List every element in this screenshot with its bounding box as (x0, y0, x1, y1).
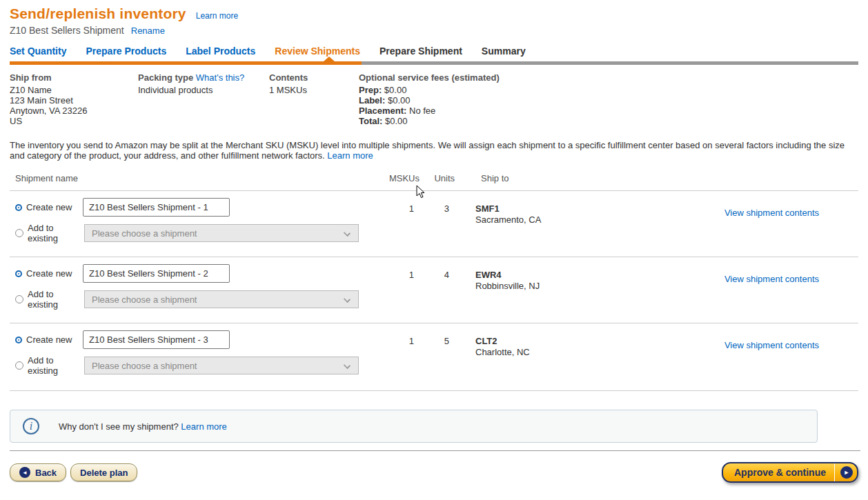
create-new-radio[interactable] (17, 338, 21, 342)
view-shipment-contents-link[interactable]: View shipment contents (724, 340, 819, 350)
ship-from-city: Anytown, VA 23226 (10, 106, 138, 116)
send-replenish-inventory-page: Send/replenish inventory Learn more Z10 … (0, 0, 868, 500)
infobox-text: Why don't I see my shipment? Learn more (59, 421, 227, 432)
footer-actions: ◄ Back Delete plan Approve & continue ► (10, 462, 858, 483)
shipment-summary-bar: Ship from Z10 Name 123 Main Street Anyto… (10, 65, 858, 136)
chevron-down-icon (344, 296, 351, 303)
tab-label-products[interactable]: Label Products (186, 46, 255, 57)
packing-type-value: Individual products (138, 85, 269, 95)
service-fees-label: Optional service fees (estimated) (359, 72, 500, 83)
create-new-radio[interactable] (17, 206, 21, 210)
fee-total: Total: $0.00 (359, 116, 500, 126)
approve-continue-button[interactable]: Approve & continue ► (722, 462, 858, 483)
shipment-name-input[interactable] (83, 330, 230, 349)
mskus-value: 1 (368, 264, 414, 310)
create-new-label: Create new (26, 334, 83, 345)
existing-shipment-select[interactable]: Please choose a shipment (84, 290, 359, 308)
header-ship-to: Ship to (455, 173, 682, 183)
fulfillment-center-city: Charlotte, NC (475, 347, 530, 357)
page-header: Send/replenish inventory Learn more (10, 6, 858, 22)
ship-from-block: Ship from Z10 Name 123 Main Street Anyto… (10, 72, 138, 126)
fee-label: Label: $0.00 (359, 95, 500, 106)
back-arrow-icon: ◄ (19, 467, 30, 478)
units-value: 4 (414, 264, 449, 310)
mskus-value: 1 (368, 198, 414, 243)
add-to-existing-label: Add to existing (28, 355, 84, 376)
back-button[interactable]: ◄ Back (10, 463, 66, 481)
tab-prepare-shipment: Prepare Shipment (379, 46, 462, 57)
tab-progress-underline (10, 61, 858, 65)
ship-from-label: Ship from (10, 72, 138, 83)
ship-from-name: Z10 Name (10, 85, 138, 95)
tab-prepare-products[interactable]: Prepare Products (86, 46, 166, 57)
create-new-label: Create new (26, 268, 83, 279)
add-to-existing-radio[interactable] (15, 361, 23, 370)
header-mskus: MSKUs (374, 173, 420, 183)
contents-block: Contents 1 MSKUs (269, 72, 359, 126)
plan-name: Z10 Best Sellers Shipment (10, 25, 124, 36)
units-value: 3 (414, 198, 449, 243)
add-to-existing-radio[interactable] (15, 229, 23, 237)
tab-summary: Summary (482, 46, 526, 57)
intro-learn-more-link[interactable]: Learn more (327, 150, 373, 161)
header-units: Units (420, 173, 455, 183)
split-explanation-text: The inventory you send to Amazon may be … (10, 141, 858, 161)
header-shipment-name: Shipment name (15, 173, 374, 183)
units-value: 5 (414, 330, 449, 376)
contents-value: 1 MSKUs (269, 85, 359, 95)
shipment-row-2: Create new Add to existing Please choose… (10, 257, 858, 323)
ship-to-value: SMF1 Sacramento, CA (449, 198, 677, 243)
shipment-help-infobox: i Why don't I see my shipment? Learn mor… (10, 410, 818, 443)
whats-this-link[interactable]: What's this? (196, 72, 244, 83)
fulfillment-center-code: SMF1 (475, 203, 677, 214)
create-new-radio[interactable] (17, 272, 21, 276)
title-learn-more-link[interactable]: Learn more (196, 11, 238, 21)
existing-shipment-select[interactable]: Please choose a shipment (84, 224, 359, 242)
delete-plan-button[interactable]: Delete plan (70, 463, 137, 481)
infobox-learn-more-link[interactable]: Learn more (181, 421, 226, 432)
forward-arrow-icon: ► (840, 466, 853, 479)
page-title: Send/replenish inventory (10, 6, 186, 22)
ship-from-street: 123 Main Street (10, 95, 138, 106)
chevron-down-icon (344, 230, 351, 237)
fulfillment-center-city: Sacramento, CA (475, 214, 541, 225)
shipment-name-input[interactable] (83, 198, 230, 217)
shipment-row-1: Create new Add to existing Please choose… (10, 190, 858, 257)
ship-to-value: EWR4 Robbinsville, NJ (449, 264, 677, 310)
service-fees-block: Optional service fees (estimated) Prep: … (359, 72, 500, 126)
ship-to-value: CLT2 Charlotte, NC (449, 330, 677, 376)
footer-divider (10, 450, 860, 451)
mskus-value: 1 (368, 330, 414, 376)
shipment-row-3: Create new Add to existing Please choose… (10, 323, 858, 391)
fulfillment-center-city: Robbinsville, NJ (475, 281, 540, 291)
ship-from-country: US (10, 116, 138, 126)
workflow-tabbar: Set Quantity Prepare Products Label Prod… (10, 46, 858, 65)
plan-name-row: Z10 Best Sellers Shipment Rename (10, 25, 858, 36)
packing-type-label: Packing type What's this? (138, 72, 269, 83)
existing-shipment-select[interactable]: Please choose a shipment (84, 357, 359, 374)
contents-label: Contents (269, 72, 359, 83)
add-to-existing-label: Add to existing (28, 289, 84, 310)
shipments-table-header: Shipment name MSKUs Units Ship to (10, 169, 858, 190)
fulfillment-center-code: EWR4 (475, 270, 677, 281)
info-icon: i (23, 418, 39, 434)
add-to-existing-radio[interactable] (15, 295, 23, 303)
mouse-cursor (416, 185, 426, 199)
fulfillment-center-code: CLT2 (475, 336, 677, 347)
rename-link[interactable]: Rename (131, 26, 165, 36)
active-tab-caret-icon (324, 57, 335, 61)
fee-placement: Placement: No fee (359, 106, 500, 116)
tab-review-shipments[interactable]: Review Shipments (275, 46, 360, 57)
add-to-existing-label: Add to existing (28, 223, 84, 243)
view-shipment-contents-link[interactable]: View shipment contents (724, 208, 819, 218)
chevron-down-icon (344, 362, 351, 369)
fee-prep: Prep: $0.00 (359, 85, 500, 95)
tab-set-quantity[interactable]: Set Quantity (10, 46, 66, 57)
packing-type-block: Packing type What's this? Individual pro… (138, 72, 269, 126)
create-new-label: Create new (26, 202, 83, 212)
view-shipment-contents-link[interactable]: View shipment contents (724, 274, 819, 284)
shipment-name-input[interactable] (83, 264, 230, 283)
